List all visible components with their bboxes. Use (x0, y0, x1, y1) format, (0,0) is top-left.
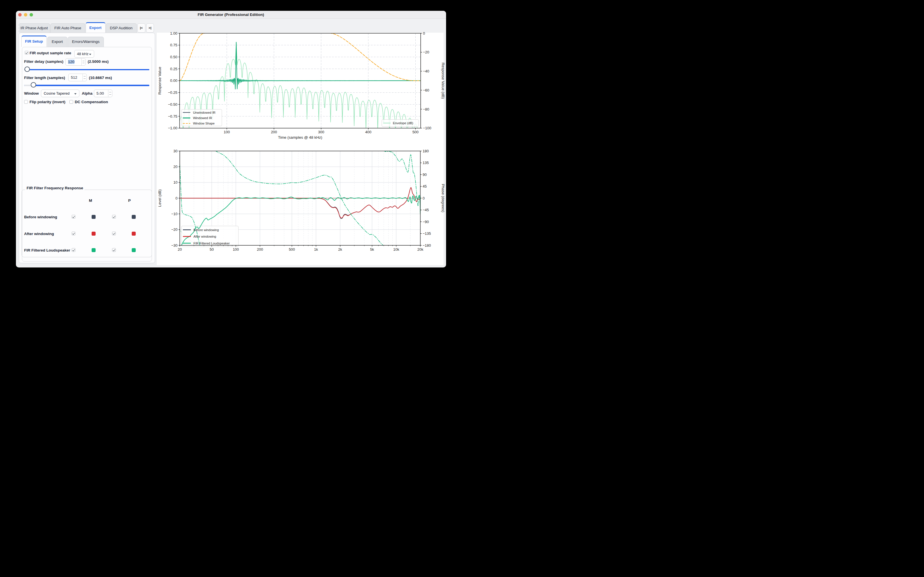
svg-text:−0.50: −0.50 (168, 102, 177, 106)
svg-text:0.50: 0.50 (170, 55, 177, 59)
svg-text:−100: −100 (423, 126, 431, 130)
svg-text:−30: −30 (171, 243, 178, 248)
svg-text:45: 45 (423, 184, 427, 189)
svg-text:2k: 2k (338, 247, 342, 251)
svg-text:30: 30 (173, 149, 178, 153)
svg-text:FIR Filtered Loudspeaker: FIR Filtered Loudspeaker (194, 242, 230, 245)
svg-text:100: 100 (233, 247, 239, 251)
svg-text:−20: −20 (423, 50, 429, 54)
svg-text:−1.00: −1.00 (168, 126, 177, 130)
svg-text:50: 50 (210, 247, 214, 251)
svg-text:−180: −180 (423, 243, 431, 248)
svg-text:500: 500 (289, 247, 295, 251)
svg-text:500: 500 (412, 130, 419, 134)
svg-text:−10: −10 (171, 212, 178, 216)
svg-text:Level (dB): Level (dB) (158, 189, 162, 207)
svg-text:5k: 5k (370, 247, 374, 251)
svg-text:20: 20 (178, 247, 182, 251)
svg-text:0: 0 (176, 196, 178, 200)
svg-text:20k: 20k (417, 247, 423, 251)
svg-text:−135: −135 (423, 231, 431, 235)
svg-text:−40: −40 (423, 69, 429, 73)
svg-text:0: 0 (423, 31, 425, 35)
svg-text:0.75: 0.75 (170, 43, 177, 47)
svg-text:10k: 10k (393, 247, 399, 251)
svg-text:Phase (degrees): Phase (degrees) (441, 184, 445, 212)
svg-text:0.00: 0.00 (170, 79, 177, 83)
svg-text:1k: 1k (314, 247, 318, 251)
svg-text:Response Value: Response Value (158, 67, 162, 95)
svg-text:100: 100 (224, 130, 230, 134)
svg-text:Time (samples @ 48 kHz): Time (samples @ 48 kHz) (278, 135, 322, 140)
svg-text:0.25: 0.25 (170, 67, 177, 71)
svg-text:200: 200 (257, 247, 263, 251)
svg-text:−0.75: −0.75 (168, 114, 177, 119)
svg-text:After windowing: After windowing (194, 235, 216, 238)
svg-text:400: 400 (365, 130, 372, 134)
svg-text:1.00: 1.00 (170, 31, 177, 35)
svg-text:135: 135 (423, 161, 429, 165)
svg-text:Windowed IR: Windowed IR (193, 116, 212, 120)
svg-text:Envelope (dB): Envelope (dB) (393, 121, 414, 125)
svg-text:90: 90 (423, 172, 427, 177)
svg-text:−0.25: −0.25 (168, 90, 177, 95)
svg-text:20: 20 (173, 164, 178, 169)
svg-text:−90: −90 (423, 220, 429, 224)
svg-text:Window Shape: Window Shape (193, 122, 215, 125)
svg-text:Before windowing: Before windowing (194, 228, 219, 232)
svg-text:180: 180 (423, 149, 429, 153)
svg-text:200: 200 (271, 130, 277, 134)
svg-text:−20: −20 (171, 227, 178, 232)
svg-text:Unwindowed IR: Unwindowed IR (193, 111, 215, 114)
svg-text:10: 10 (173, 180, 178, 184)
svg-text:−45: −45 (423, 208, 429, 212)
svg-text:Response Value (dB): Response Value (dB) (441, 63, 445, 98)
svg-text:0: 0 (423, 196, 425, 200)
svg-text:−60: −60 (423, 88, 429, 92)
svg-text:300: 300 (318, 130, 324, 134)
svg-text:−80: −80 (423, 107, 429, 111)
